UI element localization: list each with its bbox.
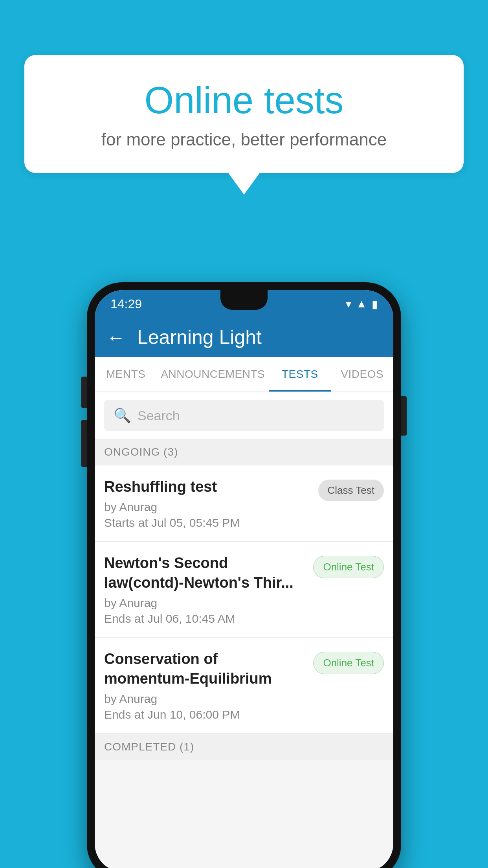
back-button[interactable]: ←	[106, 327, 125, 348]
ongoing-label: ONGOING (3)	[104, 446, 178, 458]
promo-section: Online tests for more practice, better p…	[24, 55, 464, 195]
app-bar-title: Learning Light	[137, 326, 262, 349]
test-item[interactable]: Conservation of momentum-Equilibrium by …	[95, 638, 393, 734]
phone-screen: 14:29 ▾ ▲ ▮ ← Learning Light MENTS ANNOU…	[95, 290, 393, 868]
ongoing-section-header: ONGOING (3)	[95, 439, 393, 465]
test-author: by Anurag	[104, 692, 305, 706]
test-item-content: Newton's Second law(contd)-Newton's Thir…	[104, 554, 313, 625]
test-badge-class: Class Test	[318, 480, 384, 501]
status-bar: 14:29 ▾ ▲ ▮	[95, 290, 393, 318]
bubble-title: Online tests	[56, 79, 432, 122]
test-date: Ends at Jul 06, 10:45 AM	[104, 612, 305, 625]
test-badge-online-2: Online Test	[313, 652, 384, 674]
test-item-content: Conservation of momentum-Equilibrium by …	[104, 649, 313, 721]
search-icon: 🔍	[114, 407, 131, 424]
test-item[interactable]: Newton's Second law(contd)-Newton's Thir…	[95, 542, 393, 638]
power-button	[401, 396, 407, 436]
test-title: Conservation of momentum-Equilibrium	[104, 649, 305, 688]
tab-videos[interactable]: VIDEOS	[331, 357, 393, 392]
status-icons: ▾ ▲ ▮	[346, 298, 378, 311]
test-author: by Anurag	[104, 596, 305, 610]
app-bar: ← Learning Light	[95, 318, 393, 357]
battery-icon: ▮	[372, 298, 378, 311]
test-item[interactable]: Reshuffling test by Anurag Starts at Jul…	[95, 465, 393, 542]
speech-bubble: Online tests for more practice, better p…	[24, 55, 464, 173]
test-date: Starts at Jul 05, 05:45 PM	[104, 516, 310, 530]
tab-ments[interactable]: MENTS	[95, 357, 157, 392]
bubble-subtitle: for more practice, better performance	[56, 130, 432, 149]
signal-icon: ▲	[356, 298, 367, 310]
completed-section-header: COMPLETED (1)	[95, 734, 393, 760]
status-time: 14:29	[110, 297, 142, 311]
completed-label: COMPLETED (1)	[104, 741, 194, 753]
test-author: by Anurag	[104, 500, 310, 514]
search-bar[interactable]: 🔍 Search	[104, 400, 384, 431]
vol-down-button	[81, 420, 87, 467]
test-badge-online: Online Test	[313, 556, 384, 578]
phone-frame: 14:29 ▾ ▲ ▮ ← Learning Light MENTS ANNOU…	[87, 282, 401, 868]
notch	[220, 290, 268, 310]
bubble-arrow	[228, 173, 260, 195]
tab-announcements[interactable]: ANNOUNCEMENTS	[157, 357, 269, 392]
search-container: 🔍 Search	[95, 392, 393, 439]
search-input[interactable]: Search	[138, 408, 180, 423]
vol-up-button	[81, 377, 87, 408]
test-title: Newton's Second law(contd)-Newton's Thir…	[104, 554, 305, 592]
tab-tests[interactable]: TESTS	[269, 357, 331, 392]
test-date: Ends at Jun 10, 06:00 PM	[104, 708, 305, 721]
test-title: Reshuffling test	[104, 477, 310, 497]
tabs-container: MENTS ANNOUNCEMENTS TESTS VIDEOS	[95, 357, 393, 392]
wifi-icon: ▾	[346, 298, 351, 311]
test-item-content: Reshuffling test by Anurag Starts at Jul…	[104, 477, 318, 530]
